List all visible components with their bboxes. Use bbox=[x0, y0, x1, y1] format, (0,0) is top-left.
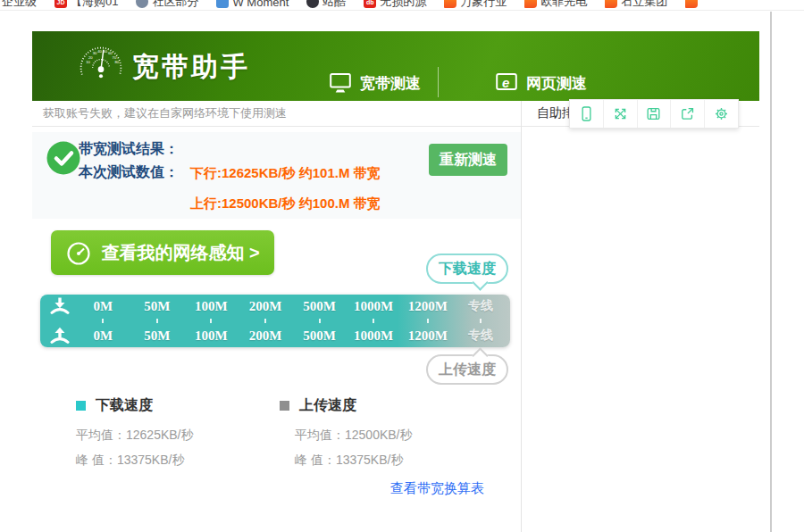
upload-average: 平均值：12500KB/秒 bbox=[295, 428, 413, 444]
upload-result-value: 上行:12500KB/秒 约100.M 带宽 bbox=[190, 195, 381, 212]
tab-label: 网页测速 bbox=[526, 73, 587, 94]
bookmark-item[interactable]: 站酷 bbox=[306, 0, 346, 10]
success-check-icon bbox=[46, 141, 80, 175]
app-header: 10 20 30 40 50 60 70 80 宽带助手 宽带测速 e bbox=[32, 31, 759, 101]
scale-tick bbox=[427, 319, 429, 323]
tab-broadband-speedtest[interactable]: 宽带测速 bbox=[329, 72, 421, 94]
svg-text:30: 30 bbox=[93, 51, 97, 55]
bookmark-item[interactable] bbox=[685, 0, 701, 8]
flame-icon bbox=[685, 0, 698, 8]
jd-icon: JD bbox=[54, 0, 67, 8]
flame-icon bbox=[444, 0, 456, 8]
bookmark-item[interactable]: db无损的源 bbox=[364, 0, 426, 10]
gear-icon bbox=[713, 105, 730, 122]
monitor-icon bbox=[329, 72, 352, 94]
scale-tick bbox=[373, 319, 374, 323]
phone-icon bbox=[578, 105, 595, 122]
page-scroll-edge bbox=[770, 12, 772, 532]
browser-bookmarks-bar: 企业级 JD【海购01 社区部分 W Moment 站酷 db无损的源 万象行业… bbox=[0, 0, 804, 11]
retest-button[interactable]: 重新测速 bbox=[429, 144, 507, 176]
settings-button[interactable] bbox=[705, 100, 738, 128]
ie-browser-icon: e bbox=[495, 72, 518, 94]
app-title: 宽带助手 bbox=[132, 49, 250, 86]
svg-text:40: 40 bbox=[97, 49, 102, 54]
speed-scale-bar: 0M 50M 100M 200M 500M 1000M 1200M 专线 0M … bbox=[40, 295, 510, 347]
result-title: 带宽测试结果： bbox=[79, 140, 179, 159]
scale-tick bbox=[102, 319, 104, 323]
download-legend: 下载速度 bbox=[76, 396, 153, 415]
flame-icon bbox=[605, 0, 617, 8]
download-tray-icon bbox=[44, 297, 76, 315]
status-message: 获取账号失败，建议在自家网络环境下使用测速 bbox=[32, 101, 521, 127]
svg-text:80: 80 bbox=[114, 60, 119, 64]
right-panel: 自助排 bbox=[521, 101, 759, 532]
upload-tray-icon bbox=[44, 327, 76, 345]
perception-button-label: 查看我的网络感知 > bbox=[101, 241, 259, 265]
bookmark-item[interactable]: 石立集团 bbox=[605, 0, 667, 10]
upload-legend: 上传速度 bbox=[280, 396, 356, 415]
bookmark-item[interactable]: JD【海购01 bbox=[54, 0, 118, 10]
db-icon: db bbox=[364, 0, 376, 8]
upload-legend-swatch bbox=[280, 401, 289, 411]
tab-webpage-speedtest[interactable]: e 网页测速 bbox=[495, 72, 587, 94]
share-button[interactable] bbox=[671, 100, 705, 128]
scale-tick bbox=[210, 319, 212, 323]
speedometer-icon: 10 20 30 40 50 60 70 80 bbox=[76, 41, 126, 91]
bandwidth-conversion-link[interactable]: 查看带宽换算表 bbox=[390, 480, 484, 497]
download-average: 平均值：12625KB/秒 bbox=[76, 428, 194, 444]
moments-icon bbox=[216, 0, 229, 8]
bookmark-item[interactable]: 万象行业 bbox=[444, 0, 507, 10]
download-speed-bubble: 下载速度 bbox=[426, 254, 508, 284]
fullscreen-arrows-icon bbox=[612, 105, 629, 122]
person-icon bbox=[136, 0, 148, 8]
scale-tick bbox=[156, 319, 158, 323]
tab-divider bbox=[438, 67, 439, 97]
bookmark-item[interactable]: 社区部分 bbox=[136, 0, 198, 10]
fullscreen-button[interactable] bbox=[604, 100, 638, 128]
save-button[interactable] bbox=[638, 100, 672, 128]
flame-icon bbox=[524, 0, 537, 8]
bookmark-item[interactable]: W Moment bbox=[216, 0, 289, 9]
bookmark-item[interactable]: 企业级 bbox=[2, 0, 37, 10]
network-perception-button[interactable]: 查看我的网络感知 > bbox=[51, 230, 274, 275]
broadband-assistant-app: 10 20 30 40 50 60 70 80 宽带助手 宽带测速 e bbox=[32, 31, 759, 532]
download-legend-swatch bbox=[76, 401, 86, 411]
result-subtitle: 本次测试数值： bbox=[79, 163, 179, 182]
gauge-clock-icon bbox=[65, 239, 92, 266]
tab-label: 宽带测速 bbox=[360, 73, 421, 94]
mobile-view-button[interactable] bbox=[570, 100, 604, 128]
svg-text:10: 10 bbox=[86, 60, 90, 64]
export-share-icon bbox=[679, 105, 696, 122]
scale-tick bbox=[319, 319, 321, 323]
download-peak: 峰 值：13375KB/秒 bbox=[76, 453, 184, 469]
svg-text:70: 70 bbox=[113, 55, 117, 60]
svg-text:e: e bbox=[502, 75, 509, 90]
floppy-save-icon bbox=[645, 105, 662, 122]
scale-tick bbox=[480, 319, 482, 323]
bookmark-item[interactable]: 欧菲光电 bbox=[524, 0, 587, 10]
upload-peak: 峰 值：13375KB/秒 bbox=[295, 453, 403, 469]
download-result-value: 下行:12625KB/秒 约101.M 带宽 bbox=[190, 165, 381, 182]
floating-toolbar bbox=[569, 99, 739, 129]
test-results-panel: 带宽测试结果： 本次测试数值： 下行:12625KB/秒 约101.M 带宽 上… bbox=[32, 132, 521, 219]
scale-tick bbox=[264, 319, 266, 323]
zcool-icon bbox=[306, 0, 319, 8]
upload-speed-bubble: 上传速度 bbox=[426, 354, 508, 385]
